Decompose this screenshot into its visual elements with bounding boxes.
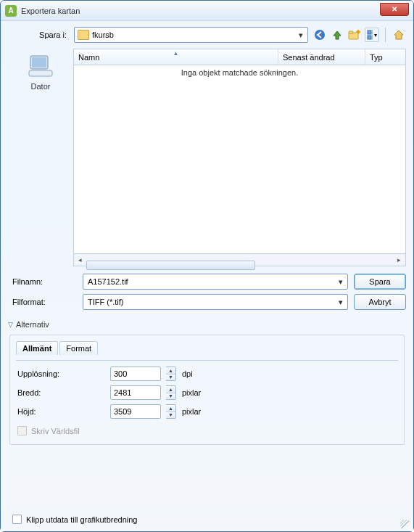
resolution-input[interactable]: 300 bbox=[110, 367, 161, 381]
scroll-left-icon[interactable]: ◂ bbox=[74, 255, 86, 266]
height-unit: pixlar bbox=[182, 407, 211, 416]
height-row: Höjd: 3509 ▲ ▼ pixlar bbox=[17, 404, 397, 419]
computer-icon[interactable] bbox=[26, 53, 55, 79]
tab-underline bbox=[16, 360, 398, 361]
filename-row: Filnamn: A157152.tif ▾ Spara bbox=[8, 274, 406, 290]
fileformat-label: Filformat: bbox=[8, 298, 77, 306]
new-folder-icon[interactable] bbox=[347, 28, 362, 42]
tab-format[interactable]: Format bbox=[59, 341, 98, 355]
folder-icon bbox=[78, 30, 89, 40]
width-unit: pixlar bbox=[182, 388, 211, 397]
tab-strip: Allmänt Format bbox=[16, 341, 398, 355]
alternatives-toggle[interactable]: ▽ Alternativ bbox=[8, 320, 406, 329]
app-icon: A bbox=[5, 5, 17, 17]
column-header-type[interactable]: Typ bbox=[365, 49, 405, 65]
width-row: Bredd: 2481 ▲ ▼ pixlar bbox=[17, 385, 397, 400]
computer-label[interactable]: Dator bbox=[8, 82, 73, 91]
save-in-label: Spara i: bbox=[8, 30, 70, 39]
resolution-row: Upplösning: 300 ▲ ▼ dpi bbox=[17, 367, 397, 381]
filename-label: Filnamn: bbox=[8, 277, 77, 286]
save-in-value: fkursb bbox=[92, 30, 297, 39]
spin-up-icon[interactable]: ▲ bbox=[166, 405, 175, 412]
save-button[interactable]: Spara bbox=[354, 274, 406, 290]
resolution-label: Upplösning: bbox=[17, 369, 104, 378]
filename-input[interactable]: A157152.tif ▾ bbox=[83, 274, 348, 290]
back-icon[interactable] bbox=[312, 28, 327, 42]
spin-up-icon[interactable]: ▲ bbox=[166, 386, 175, 393]
scroll-right-icon[interactable]: ▸ bbox=[393, 255, 405, 266]
file-list[interactable]: Inga objekt matchade sökningen. bbox=[73, 65, 406, 254]
width-input[interactable]: 2481 bbox=[110, 385, 161, 400]
clip-output-row: Klipp utdata till grafikutbredning bbox=[12, 515, 137, 524]
height-label: Höjd: bbox=[17, 407, 104, 416]
svg-rect-4 bbox=[368, 30, 371, 34]
resolution-unit: dpi bbox=[182, 369, 211, 378]
spin-down-icon[interactable]: ▼ bbox=[166, 375, 175, 381]
chevron-down-icon[interactable]: ▾ bbox=[339, 298, 343, 307]
fileformat-select[interactable]: TIFF (*.tif) ▾ bbox=[83, 294, 348, 310]
save-in-combo[interactable]: fkursb ▾ bbox=[74, 27, 308, 43]
svg-rect-10 bbox=[29, 70, 52, 76]
tab-general[interactable]: Allmänt bbox=[16, 341, 58, 355]
save-in-row: Spara i: fkursb ▾ ▾ bbox=[8, 27, 406, 43]
svg-rect-6 bbox=[368, 36, 371, 39]
column-header-modified[interactable]: Senast ändrad bbox=[278, 49, 365, 65]
spin-down-icon[interactable]: ▼ bbox=[166, 393, 175, 400]
toolbar-separator bbox=[385, 28, 386, 42]
width-label: Bredd: bbox=[17, 388, 104, 397]
column-header-name[interactable]: Namn ▲ bbox=[74, 49, 278, 65]
home-icon[interactable] bbox=[392, 28, 406, 42]
alternatives-panel: Allmänt Format Upplösning: 300 ▲ ▼ dpi B… bbox=[9, 335, 405, 445]
worldfile-row: Skriv Världsfil bbox=[17, 426, 397, 435]
clip-output-checkbox[interactable] bbox=[12, 515, 22, 524]
filename-value: A157152.tif bbox=[88, 277, 339, 286]
spin-up-icon[interactable]: ▲ bbox=[166, 367, 175, 375]
svg-point-0 bbox=[315, 30, 325, 40]
chevron-down-icon: ▽ bbox=[8, 321, 13, 328]
width-spinner[interactable]: ▲ ▼ bbox=[166, 385, 176, 400]
column-headers: Namn ▲ Senast ändrad Typ bbox=[73, 49, 406, 65]
fileformat-value: TIFF (*.tif) bbox=[88, 298, 339, 306]
horizontal-scrollbar[interactable]: ◂ ▸ bbox=[73, 254, 406, 266]
view-menu-icon[interactable]: ▾ bbox=[365, 28, 379, 42]
fileformat-row: Filformat: TIFF (*.tif) ▾ Avbryt bbox=[8, 294, 406, 310]
chevron-down-icon[interactable]: ▾ bbox=[297, 30, 305, 40]
chevron-down-icon[interactable]: ▾ bbox=[339, 277, 343, 287]
window-title: Exportera kartan bbox=[21, 7, 80, 15]
nav-toolbar: ▾ bbox=[312, 28, 406, 42]
sort-asc-icon: ▲ bbox=[173, 50, 179, 57]
export-map-dialog: A Exportera kartan ✕ Spara i: fkursb ▾ bbox=[0, 0, 414, 532]
title-bar: A Exportera kartan ✕ bbox=[1, 1, 413, 21]
resize-grip[interactable] bbox=[400, 520, 409, 528]
height-spinner[interactable]: ▲ ▼ bbox=[166, 404, 176, 419]
close-icon: ✕ bbox=[392, 5, 397, 13]
file-browser: Dator Namn ▲ Senast ändrad Typ Inga bbox=[8, 49, 406, 266]
scroll-thumb[interactable] bbox=[86, 261, 255, 270]
close-button[interactable]: ✕ bbox=[380, 3, 409, 16]
places-sidebar: Dator bbox=[8, 49, 73, 266]
file-pane: Namn ▲ Senast ändrad Typ Inga objekt mat… bbox=[73, 49, 406, 266]
svg-rect-9 bbox=[32, 57, 46, 67]
worldfile-label: Skriv Världsfil bbox=[31, 427, 80, 435]
up-icon[interactable] bbox=[330, 28, 344, 42]
worldfile-checkbox bbox=[17, 426, 27, 435]
cancel-button[interactable]: Avbryt bbox=[354, 294, 406, 310]
alternatives-label: Alternativ bbox=[16, 320, 49, 329]
empty-message: Inga objekt matchade sökningen. bbox=[74, 65, 405, 77]
svg-rect-2 bbox=[349, 31, 353, 33]
spin-down-icon[interactable]: ▼ bbox=[166, 412, 175, 419]
resolution-spinner[interactable]: ▲ ▼ bbox=[166, 367, 176, 381]
chevron-down-icon: ▾ bbox=[374, 32, 377, 38]
height-input[interactable]: 3509 bbox=[110, 404, 161, 419]
clip-output-label: Klipp utdata till grafikutbredning bbox=[26, 515, 137, 524]
